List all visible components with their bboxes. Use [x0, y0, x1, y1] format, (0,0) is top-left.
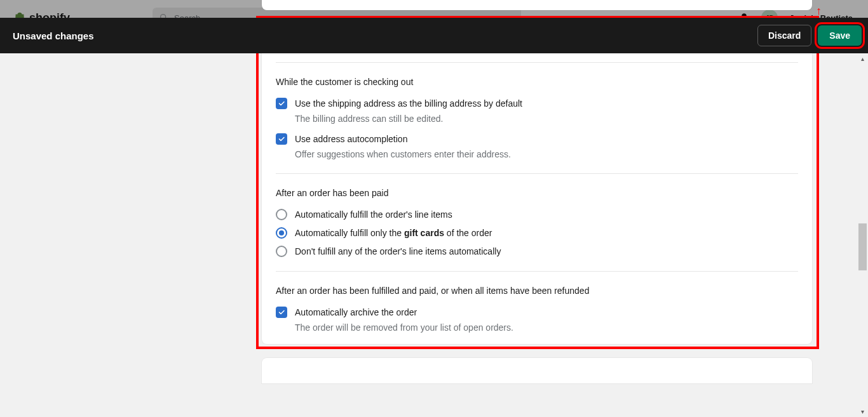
unsaved-changes-bar: Unsaved changes Discard Save: [0, 18, 868, 53]
after-paid-section: After an order has been paid Automatical…: [276, 174, 798, 272]
scrollbar-track[interactable]: ▴ ▾: [857, 53, 868, 417]
check-icon: [278, 308, 285, 316]
after-fulfilled-section-title: After an order has been fulfilled and pa…: [276, 286, 798, 296]
auto-archive-sub: The order will be removed from your list…: [295, 322, 798, 333]
previous-card-peek: [262, 0, 812, 10]
next-card-peek: [262, 358, 812, 383]
discard-button[interactable]: Discard: [757, 25, 811, 46]
fulfill-all-radio[interactable]: [276, 209, 287, 220]
check-icon: [278, 135, 285, 143]
shipping-as-billing-label: Use the shipping address as the billing …: [295, 97, 522, 110]
annotation-arrow-icon: ↑: [816, 4, 822, 18]
address-autocomplete-checkbox[interactable]: [276, 133, 287, 145]
order-processing-card: Order processing i While the customer is…: [262, 20, 812, 344]
scrollbar-thumb[interactable]: [858, 223, 867, 270]
auto-archive-label: Automatically archive the order: [295, 306, 417, 319]
save-button[interactable]: Save: [818, 25, 862, 46]
address-autocomplete-label: Use address autocompletion: [295, 133, 407, 145]
after-paid-section-title: After an order has been paid: [276, 188, 798, 198]
shipping-as-billing-sub: The billing address can still be edited.: [295, 114, 798, 124]
auto-archive-checkbox[interactable]: [276, 307, 287, 318]
fulfill-none-label: Don't fulfill any of the order's line it…: [295, 246, 501, 256]
shipping-as-billing-checkbox[interactable]: [276, 98, 287, 109]
fulfill-giftcards-radio[interactable]: [276, 227, 287, 239]
after-fulfilled-section: After an order has been fulfilled and pa…: [276, 272, 798, 333]
unsaved-changes-title: Unsaved changes: [13, 30, 94, 41]
scroll-down-button[interactable]: ▾: [857, 406, 868, 417]
fulfill-none-radio[interactable]: [276, 246, 287, 257]
address-autocomplete-sub: Offer suggestions when customers enter t…: [295, 149, 798, 159]
fulfill-giftcards-label: Automatically fulfill only the gift card…: [295, 228, 492, 238]
checkout-section: While the customer is checking out Use t…: [276, 63, 798, 174]
checkout-section-title: While the customer is checking out: [276, 77, 798, 87]
check-icon: [278, 100, 285, 107]
fulfill-all-label: Automatically fulfill the order's line i…: [295, 209, 452, 220]
scroll-up-button[interactable]: ▴: [857, 53, 868, 64]
